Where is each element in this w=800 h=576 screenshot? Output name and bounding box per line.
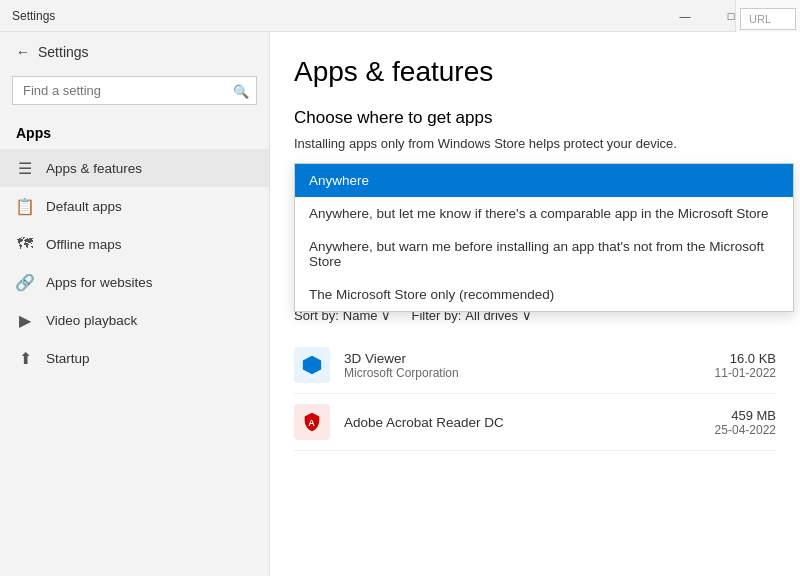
app-date-3d-viewer: 11-01-2022 — [715, 366, 776, 380]
app-publisher-3d-viewer: Microsoft Corporation — [344, 366, 701, 380]
titlebar: Settings — □ ✕ — [0, 0, 800, 32]
sidebar-item-label: Offline maps — [46, 237, 122, 252]
sidebar-item-apps-features[interactable]: ☰ Apps & features — [0, 149, 269, 187]
sidebar-search-icon: 🔍 — [233, 83, 249, 98]
app-item-3d-viewer[interactable]: 3D Viewer Microsoft Corporation 16.0 KB … — [294, 337, 776, 394]
choose-where-desc: Installing apps only from Windows Store … — [294, 136, 776, 151]
app-size-3d-viewer: 16.0 KB — [715, 351, 776, 366]
sidebar-item-label: Default apps — [46, 199, 122, 214]
sidebar-search-container: 🔍 — [12, 76, 257, 105]
sidebar-item-label: Apps & features — [46, 161, 142, 176]
sidebar-item-video-playback[interactable]: ▶ Video playback — [0, 301, 269, 339]
sidebar-search-input[interactable] — [12, 76, 257, 105]
get-apps-dropdown-list[interactable]: Anywhere Anywhere, but let me know if th… — [294, 163, 794, 312]
app-item-acrobat[interactable]: A Adobe Acrobat Reader DC 459 MB 25-04-2… — [294, 394, 776, 451]
sidebar-item-startup[interactable]: ⬆ Startup — [0, 339, 269, 377]
offline-maps-icon: 🗺 — [16, 235, 34, 253]
app-meta-acrobat: 459 MB 25-04-2022 — [715, 408, 776, 437]
choose-where-title: Choose where to get apps — [294, 108, 776, 128]
svg-text:A: A — [308, 418, 315, 428]
minimize-button[interactable]: — — [662, 0, 708, 32]
apps-features-icon: ☰ — [16, 159, 34, 177]
dropdown-option-anywhere-notify[interactable]: Anywhere, but let me know if there's a c… — [295, 197, 793, 230]
sidebar-item-offline-maps[interactable]: 🗺 Offline maps — [0, 225, 269, 263]
settings-window: Settings — □ ✕ ← Settings 🔍 Apps ☰ Apps … — [0, 0, 800, 576]
sidebar: ← Settings 🔍 Apps ☰ Apps & features 📋 De… — [0, 32, 270, 576]
sidebar-item-label: Startup — [46, 351, 90, 366]
sidebar-item-label: Video playback — [46, 313, 137, 328]
sidebar-item-default-apps[interactable]: 📋 Default apps — [0, 187, 269, 225]
startup-icon: ⬆ — [16, 349, 34, 367]
sidebar-section-label: Apps — [0, 117, 269, 149]
app-info-acrobat: Adobe Acrobat Reader DC — [344, 415, 701, 430]
app-name-3d-viewer: 3D Viewer — [344, 351, 701, 366]
page-title: Apps & features — [294, 56, 776, 88]
app-date-acrobat: 25-04-2022 — [715, 423, 776, 437]
main-layout: ← Settings 🔍 Apps ☰ Apps & features 📋 De… — [0, 32, 800, 576]
default-apps-icon: 📋 — [16, 197, 34, 215]
back-arrow-icon: ← — [16, 44, 30, 60]
window-title: Settings — [12, 9, 55, 23]
dropdown-option-anywhere-warn[interactable]: Anywhere, but warn me before installing … — [295, 230, 793, 278]
sidebar-item-label: Apps for websites — [46, 275, 153, 290]
app-size-acrobat: 459 MB — [715, 408, 776, 423]
app-info-3d-viewer: 3D Viewer Microsoft Corporation — [344, 351, 701, 380]
app-icon-acrobat: A — [294, 404, 330, 440]
dropdown-option-anywhere[interactable]: Anywhere — [295, 164, 793, 197]
svg-marker-0 — [303, 356, 321, 374]
app-meta-3d-viewer: 16.0 KB 11-01-2022 — [715, 351, 776, 380]
back-button[interactable]: ← Settings — [0, 32, 269, 72]
content-area: Apps & features Choose where to get apps… — [270, 32, 800, 576]
sidebar-item-apps-websites[interactable]: 🔗 Apps for websites — [0, 263, 269, 301]
app-icon-3d-viewer — [294, 347, 330, 383]
back-label: Settings — [38, 44, 89, 60]
video-playback-icon: ▶ — [16, 311, 34, 329]
apps-websites-icon: 🔗 — [16, 273, 34, 291]
dropdown-option-store-only[interactable]: The Microsoft Store only (recommended) — [295, 278, 793, 311]
app-name-acrobat: Adobe Acrobat Reader DC — [344, 415, 701, 430]
